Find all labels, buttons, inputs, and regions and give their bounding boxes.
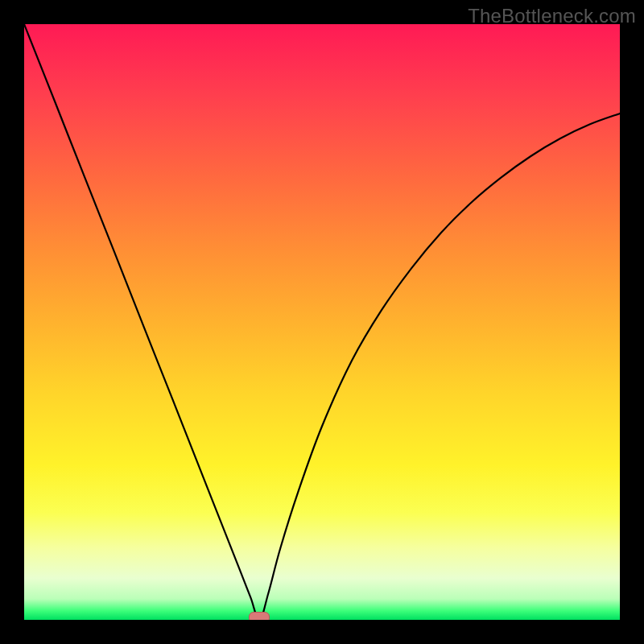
chart-frame: TheBottleneck.com [0, 0, 644, 644]
curve-svg [24, 24, 620, 620]
plot-area [24, 24, 620, 620]
minimum-marker [249, 612, 270, 620]
bottleneck-curve [24, 24, 620, 620]
watermark-text: TheBottleneck.com [468, 5, 636, 27]
